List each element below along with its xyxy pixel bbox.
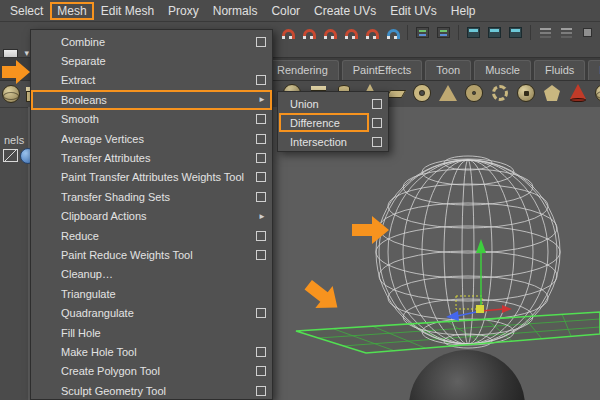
menu-item-clipboard-actions[interactable]: Clipboard Actions ► (31, 207, 272, 226)
submenu-item-union[interactable]: Union (278, 94, 388, 113)
menu-proxy[interactable]: Proxy (161, 2, 206, 20)
display-layers-icon[interactable] (537, 24, 554, 41)
menu-item-booleans[interactable]: Booleans ► (31, 90, 272, 109)
menu-item-extract[interactable]: Extract (31, 71, 272, 90)
render-settings-icon[interactable] (507, 24, 524, 41)
anim-layers-icon[interactable] (558, 24, 575, 41)
menu-create-uvs[interactable]: Create UVs (307, 2, 383, 20)
menu-item-combine[interactable]: Combine (31, 32, 272, 51)
tab-rendering[interactable]: Rendering (266, 60, 339, 80)
snap-to-curve-icon[interactable] (300, 24, 317, 41)
menu-edit-mesh[interactable]: Edit Mesh (94, 2, 161, 20)
option-box-icon[interactable] (256, 114, 266, 124)
menu-item-make-hole-tool[interactable]: Make Hole Tool (31, 342, 272, 361)
input-connections-icon[interactable] (414, 24, 431, 41)
option-box-icon[interactable] (256, 347, 266, 357)
toolbar-separator (407, 25, 408, 40)
snap-to-view-plane-icon[interactable] (363, 24, 380, 41)
snap-to-grid-icon[interactable] (279, 24, 296, 41)
menu-item-reduce[interactable]: Reduce (31, 226, 272, 245)
wireframe-sphere-object[interactable] (376, 156, 560, 348)
menu-normals[interactable]: Normals (206, 2, 265, 20)
toolbar-separator (458, 25, 459, 40)
option-box-icon[interactable] (256, 250, 266, 260)
menu-item-smooth[interactable]: Smooth (31, 110, 272, 129)
shelf-poly-sphere-icon[interactable] (594, 83, 600, 103)
make-live-icon[interactable] (384, 24, 401, 41)
option-box-icon[interactable] (256, 386, 266, 396)
option-box-icon[interactable] (372, 118, 382, 128)
output-connections-icon[interactable] (435, 24, 452, 41)
menu-item-average-vertices[interactable]: Average Vertices (31, 129, 272, 148)
option-box-icon[interactable] (372, 99, 382, 109)
menu-item-separate[interactable]: Separate (31, 51, 272, 70)
tab-fur[interactable]: Fur (588, 60, 600, 80)
menu-select[interactable]: Select (3, 2, 50, 20)
menu-item-transfer-shading-sets[interactable]: Transfer Shading Sets (31, 187, 272, 206)
menu-item-triangulate[interactable]: Triangulate (31, 284, 272, 303)
submenu-item-difference[interactable]: Difference (278, 113, 388, 132)
shelf-poly-pipe-icon[interactable] (464, 83, 484, 103)
menu-mesh[interactable]: Mesh (50, 2, 93, 20)
shelf-poly-plane-icon[interactable] (386, 83, 406, 103)
submenu-arrow-icon: ► (258, 212, 266, 221)
menu-color[interactable]: Color (264, 2, 307, 20)
menu-item-cleanup[interactable]: Cleanup… (31, 265, 272, 284)
option-box-icon[interactable] (372, 137, 382, 147)
annotation-arrow-menu (1, 59, 31, 85)
menu-help[interactable]: Help (444, 2, 483, 20)
tab-fluids[interactable]: Fluids (534, 60, 585, 80)
option-box-icon[interactable] (256, 153, 266, 163)
menu-item-paint-transfer-attributes-weights-tool[interactable]: Paint Transfer Attributes Weights Tool (31, 168, 272, 187)
main-menubar: Select Mesh Edit Mesh Proxy Normals Colo… (0, 0, 600, 22)
submenu-item-intersection[interactable]: Intersection (278, 133, 388, 152)
tab-muscle[interactable]: Muscle (474, 60, 531, 80)
option-box-icon[interactable] (256, 231, 266, 241)
option-box-icon[interactable] (256, 172, 266, 182)
option-box-icon[interactable] (256, 134, 266, 144)
ipr-render-icon[interactable] (486, 24, 503, 41)
menu-item-quadrangulate[interactable]: Quadrangulate (31, 303, 272, 322)
shelf-left-partial-icon[interactable] (1, 84, 21, 104)
menu-item-transfer-attributes[interactable]: Transfer Attributes (31, 148, 272, 167)
panels-menu-fragment[interactable]: nels (4, 134, 24, 146)
menu-item-fill-hole[interactable]: Fill Hole (31, 323, 272, 342)
shelf-poly-platonic-icon[interactable] (542, 83, 562, 103)
menu-item-create-polygon-tool[interactable]: Create Polygon Tool (31, 362, 272, 381)
option-box-icon[interactable] (256, 366, 266, 376)
tab-toon[interactable]: Toon (425, 60, 471, 80)
render-current-frame-icon[interactable] (465, 24, 482, 41)
shelf-poly-soccer-ball-icon[interactable] (516, 83, 536, 103)
option-box-icon[interactable] (256, 308, 266, 318)
menu-item-sculpt-geometry-tool[interactable]: Sculpt Geometry Tool (31, 381, 272, 400)
shelf-poly-torus-icon[interactable] (412, 83, 432, 103)
snap-to-projected-center-icon[interactable] (342, 24, 359, 41)
snap-to-point-icon[interactable] (321, 24, 338, 41)
shaded-sphere-object[interactable] (409, 350, 525, 400)
shelf-poly-prism-icon[interactable] (438, 83, 458, 103)
tab-painteffects[interactable]: PaintEffects (342, 60, 423, 80)
option-box-icon[interactable] (256, 192, 266, 202)
shelf-poly-helix-icon[interactable] (490, 83, 510, 103)
construction-history-icon[interactable] (579, 24, 596, 41)
option-box-icon[interactable] (256, 37, 266, 47)
option-box-icon[interactable] (256, 75, 266, 85)
mesh-menu-dropdown: Combine Separate Extract Booleans ► Smoo… (30, 29, 273, 400)
toolbar-separator (530, 25, 531, 40)
booleans-submenu: Union Difference Intersection (277, 91, 389, 152)
wireframe-cube-icon[interactable] (3, 149, 18, 162)
shelf-red-cone-icon[interactable] (568, 83, 588, 103)
annotation-arrow-plane (300, 274, 346, 319)
menu-edit-uvs[interactable]: Edit UVs (383, 2, 444, 20)
menu-item-paint-reduce-weights-tool[interactable]: Paint Reduce Weights Tool (31, 245, 272, 264)
submenu-arrow-icon: ► (258, 95, 266, 104)
